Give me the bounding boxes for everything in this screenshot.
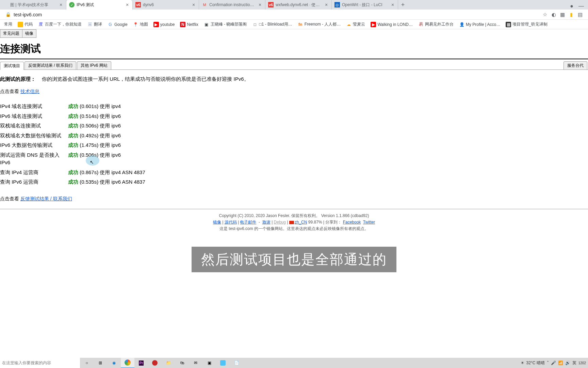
- tab-5[interactable]: ◎ OpenWrt - 接口 - LuCI ×: [332, 0, 398, 10]
- bookmark-item[interactable]: ☁莹麦云: [344, 21, 367, 28]
- status-badge: 成功: [68, 169, 78, 175]
- windows-taskbar: 在这里输入你要搜索的内容 ○ ⊞ ◉ Pr 📁 🛍 ✉ ▣ 📄 ☀ 32°C 晴…: [0, 358, 588, 368]
- weather-text[interactable]: 32°C 晴晴: [526, 360, 545, 366]
- url-text[interactable]: test-ipv6.com: [14, 12, 542, 17]
- tab-feedback[interactable]: 反馈测试结果 / 联系我们: [24, 61, 76, 70]
- bookmark-item[interactable]: ▶youtube: [151, 21, 177, 28]
- locale-link[interactable]: zh_CN: [295, 220, 307, 225]
- test-row: 双栈域名大数据包传输测试成功 (0.492s) 使用 ipv6: [0, 131, 588, 141]
- explorer-icon[interactable]: 📁: [162, 358, 175, 368]
- test-detail: (0.506s) 使用 ipv6: [80, 123, 121, 128]
- reading-list-icon[interactable]: ▤: [577, 12, 583, 18]
- test-row: IPv6 域名连接测试成功 (0.514s) 使用 ipv6: [0, 111, 588, 121]
- menu-mirror[interactable]: 镜像: [22, 29, 36, 38]
- extension-icon[interactable]: ▮: [568, 12, 574, 18]
- star-icon[interactable]: ☆: [542, 12, 548, 18]
- techinfo-row: 点击查看 技术信息: [0, 85, 588, 99]
- v6-icon: v6: [135, 2, 141, 7]
- chrome-icon[interactable]: [121, 358, 134, 368]
- tab-3[interactable]: M Confirmation instructions - w… ×: [199, 0, 265, 10]
- bookmark-item[interactable]: fnFreenom - 人人都…: [296, 21, 343, 28]
- bookmark-item[interactable]: ▦项目管理_听见译制: [504, 21, 550, 28]
- check-icon: ✓: [69, 2, 75, 7]
- record-icon[interactable]: [148, 358, 162, 368]
- source-link[interactable]: 源代码: [225, 220, 237, 225]
- bookmark-item[interactable]: 常用: [2, 21, 14, 28]
- tab-2[interactable]: v6 dynv6 ×: [133, 0, 199, 10]
- status-badge: 成功: [68, 103, 78, 109]
- bookmark-item[interactable]: GGoogle: [105, 21, 130, 28]
- bookmark-item[interactable]: 📍地图: [131, 21, 150, 28]
- close-icon[interactable]: ×: [324, 2, 329, 7]
- bookmark-item[interactable]: 👤My Profile | Acco…: [457, 21, 502, 28]
- bookmark-item[interactable]: ▶Walking in LOND…: [369, 21, 415, 28]
- bookmark-item[interactable]: □□1 - Blinkload用…: [250, 21, 294, 28]
- baidu-icon: 度: [38, 22, 44, 27]
- store-icon[interactable]: 🛍: [175, 358, 189, 368]
- volume-icon[interactable]: 🔊: [565, 361, 570, 365]
- test-name: IPv6 域名连接测试: [0, 112, 68, 120]
- lock-icon[interactable]: 🔒: [5, 12, 11, 17]
- new-tab-button[interactable]: +: [398, 0, 408, 10]
- bookmark-item[interactable]: NNetflix: [178, 21, 200, 28]
- techinfo-link[interactable]: 技术信息: [20, 89, 39, 94]
- tab-0[interactable]: 图 | 学术vps技术分享 ×: [0, 0, 66, 10]
- weather-icon[interactable]: ☀: [521, 361, 524, 365]
- app-icon[interactable]: [216, 358, 230, 368]
- close-icon[interactable]: ×: [191, 2, 196, 7]
- site-icon: □: [252, 22, 258, 27]
- description: 此测试的原理： 你的浏览器会试图连接一系列 URL，结果成功与否能说明你的系统是…: [0, 70, 588, 85]
- app-icon[interactable]: ▣: [202, 358, 216, 368]
- edge-icon[interactable]: ◉: [107, 358, 121, 368]
- feedback-row: 点击查看 反馈测试结果 / 联系我们: [0, 192, 588, 206]
- premiere-icon[interactable]: Pr: [134, 358, 148, 368]
- tab-1[interactable]: ✓ IPv6 测试 ×: [66, 0, 133, 10]
- menu-faq[interactable]: 常见问题: [0, 29, 22, 38]
- thanks-link[interactable]: 致谢: [262, 220, 271, 225]
- extension-icon[interactable]: ◐: [551, 12, 557, 18]
- tab-tests[interactable]: 测试项目: [0, 62, 24, 70]
- test-detail: (0.506s) 使用 ipv6: [80, 152, 121, 158]
- debug-link[interactable]: Debug: [274, 220, 286, 225]
- bookmark-item[interactable]: 代码: [16, 21, 35, 28]
- folder-icon: [18, 22, 23, 27]
- close-icon[interactable]: ×: [125, 2, 130, 7]
- close-icon[interactable]: ×: [258, 2, 262, 7]
- close-icon[interactable]: ×: [59, 2, 63, 7]
- test-results: IPv4 域名连接测试成功 (0.601s) 使用 ipv4 IPv6 域名连接…: [0, 99, 588, 192]
- wifi-icon[interactable]: 📶: [558, 361, 563, 365]
- tab-4[interactable]: v6 wxfweb.dynv6.net · 使用说明 ×: [265, 0, 332, 10]
- youtube-icon: ▶: [371, 22, 376, 27]
- tray-chevron-icon[interactable]: ˄: [547, 361, 549, 365]
- minimize-icon[interactable]: —: [578, 3, 585, 10]
- bookmark-item[interactable]: 度百度一下，你就知道: [36, 21, 84, 28]
- tab-other-ipv6[interactable]: 其他 IPv6 网站: [77, 61, 111, 70]
- flag-icon: [289, 221, 294, 224]
- status-badge: 成功: [68, 142, 78, 148]
- mirror-link[interactable]: 镜像: [213, 220, 221, 225]
- facebook-link[interactable]: Facebook: [343, 220, 361, 225]
- tab-helpdesk[interactable]: 服务台代: [564, 61, 587, 70]
- notepad-icon[interactable]: 📄: [230, 358, 243, 368]
- bookmark-item[interactable]: ▣王晓峰 - 晓峰部落阁: [202, 21, 249, 28]
- feedback-link[interactable]: 反馈测试结果 / 联系我们: [20, 196, 72, 201]
- cortana-icon[interactable]: ○: [80, 358, 94, 368]
- account-icon[interactable]: ●: [568, 3, 575, 10]
- twitter-link[interactable]: Twitter: [363, 220, 375, 225]
- close-icon[interactable]: ×: [390, 2, 395, 7]
- status-badge: 成功: [68, 113, 78, 119]
- status-badge: 成功: [68, 133, 78, 138]
- bookmark-item[interactable]: 易网易见外工作台: [416, 21, 456, 28]
- mail-icon[interactable]: ✉: [189, 358, 202, 368]
- taskbar-search[interactable]: 在这里输入你要搜索的内容: [0, 358, 80, 368]
- email-link[interactable]: 电子邮件: [240, 220, 256, 225]
- video-subtitle: 然后测试项目也是全部通过的: [192, 247, 396, 272]
- copyright: Copyright (C) 2010, 2020 Jason Fesler. 保…: [0, 213, 588, 219]
- extension-icon[interactable]: ▦: [559, 12, 566, 18]
- clock[interactable]: 1202: [578, 361, 586, 365]
- bookmark-item[interactable]: ☵翻译: [85, 21, 104, 28]
- ime-indicator[interactable]: 英: [572, 360, 576, 366]
- taskview-icon[interactable]: ⊞: [94, 358, 107, 368]
- blog-icon: ▣: [204, 22, 209, 27]
- mic-icon[interactable]: 🎤: [551, 361, 556, 365]
